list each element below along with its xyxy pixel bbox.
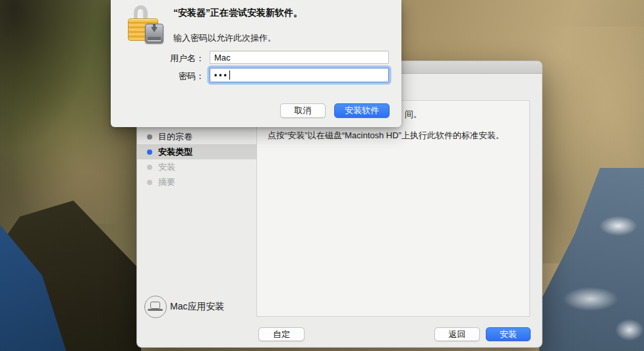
step-label: 安装类型: [158, 146, 192, 158]
down-arrow-icon: [151, 27, 158, 32]
back-button[interactable]: 返回: [434, 327, 480, 341]
text-cursor: [229, 70, 231, 80]
step-summary: 摘要: [137, 175, 256, 190]
standard-install-instruction: 点按“安装”以在磁盘“Macintosh HD”上执行此软件的标准安装。: [268, 130, 504, 142]
install-software-button[interactable]: 安装软件: [334, 103, 390, 118]
lock-icon: [125, 5, 165, 47]
install-type-pane: 间。 点按“安装”以在磁盘“Macintosh HD”上执行此软件的标准安装。: [256, 100, 530, 317]
step-destination-select: 目的宗卷: [137, 129, 256, 144]
laptop-base-glyph: [148, 309, 163, 311]
step-bullet-icon: [147, 180, 152, 185]
wallpaper-foam: [551, 282, 630, 316]
auth-dialog-subtitle: 输入密码以允许此次操作。: [173, 32, 276, 44]
username-label: 用户名：: [149, 53, 204, 65]
package-source-label: Mac应用安装: [170, 301, 224, 313]
password-field[interactable]: •••: [210, 68, 389, 82]
desktop: 目的宗卷 安装类型 安装 摘要 间。 点按“安装”以在磁盘“Macintosh …: [0, 0, 644, 351]
wallpaper-foam: [592, 212, 644, 240]
step-installation: 安装: [137, 159, 256, 175]
installer-badge-icon: [145, 24, 163, 43]
customize-button[interactable]: 自定: [258, 327, 305, 341]
auth-dialog-title: “安装器”正在尝试安装新软件。: [173, 7, 303, 19]
auth-dialog: “安装器”正在尝试安装新软件。 输入密码以允许此次操作。 用户名： 密码： ••…: [111, 0, 401, 127]
laptop-icon: [144, 296, 167, 318]
password-label: 密码：: [149, 70, 204, 82]
laptop-screen-glyph: [150, 302, 160, 309]
step-label: 摘要: [158, 176, 175, 188]
step-label: 安装: [158, 161, 175, 173]
installer-steps-sidebar: 目的宗卷 安装类型 安装 摘要: [137, 129, 256, 190]
disk-space-line-fragment: 间。: [405, 109, 422, 121]
step-bullet-icon: [147, 149, 152, 155]
wallpaper-foam: [610, 315, 644, 345]
step-bullet-icon: [147, 165, 152, 170]
step-label: 目的宗卷: [158, 131, 192, 143]
cancel-button[interactable]: 取消: [280, 103, 326, 118]
step-bullet-icon: [147, 134, 152, 140]
password-masked-dots: •••: [214, 71, 229, 79]
username-field[interactable]: [210, 51, 389, 64]
install-button[interactable]: 安装: [486, 327, 531, 341]
step-installation-type: 安装类型: [137, 144, 256, 159]
tray-glyph: [148, 37, 161, 40]
